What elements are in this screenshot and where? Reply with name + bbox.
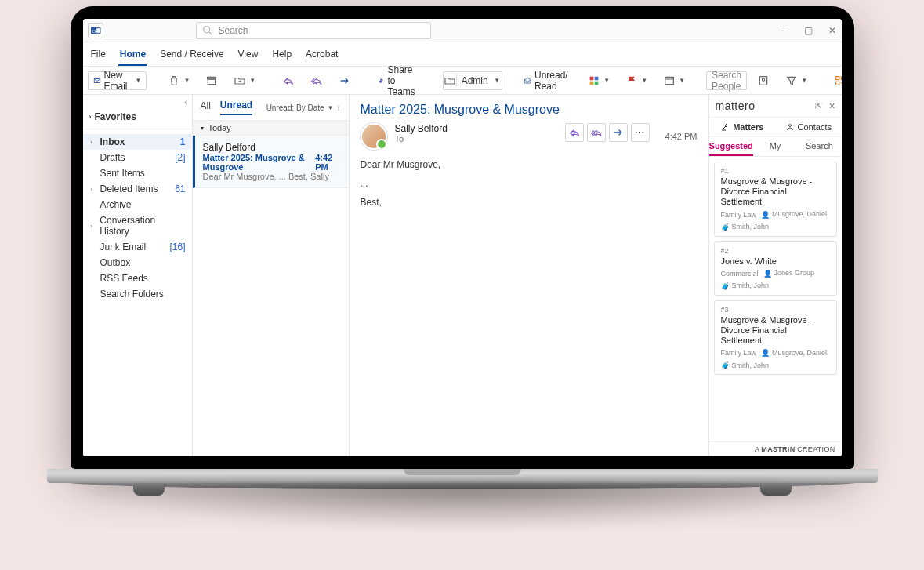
addins-button[interactable] bbox=[828, 71, 841, 90]
svg-rect-2 bbox=[96, 27, 100, 33]
svg-point-8 bbox=[380, 78, 382, 80]
teams-icon bbox=[378, 74, 384, 87]
folder-label: Archive bbox=[100, 199, 132, 210]
chevron-down-icon: ▼ bbox=[603, 77, 610, 84]
svg-point-3 bbox=[203, 26, 209, 32]
new-email-button[interactable]: New Email ▼ bbox=[88, 71, 147, 90]
forward-button[interactable] bbox=[609, 123, 628, 142]
categorize-button[interactable]: ▼ bbox=[582, 71, 615, 90]
tab-all[interactable]: All bbox=[201, 100, 211, 114]
folder-label: RSS Feeds bbox=[100, 273, 148, 284]
reading-from: Sally Belford bbox=[395, 123, 448, 134]
menu-help[interactable]: Help bbox=[270, 47, 293, 66]
menu-acrobat[interactable]: Acrobat bbox=[304, 47, 339, 66]
ribbon: New Email ▼ ▼ ▼ bbox=[83, 67, 842, 95]
envelope-open-icon bbox=[524, 74, 531, 87]
card-person: Jones Group bbox=[774, 270, 815, 277]
favorites-header[interactable]: › Favorites bbox=[83, 107, 192, 129]
reply-button[interactable] bbox=[565, 123, 584, 142]
flag-button[interactable]: ▼ bbox=[620, 71, 653, 90]
unread-read-button[interactable]: Unread/ Read bbox=[518, 71, 578, 90]
filter-button[interactable]: ▼ bbox=[780, 71, 813, 90]
message-item[interactable]: Sally Belford Matter 2025: Musgrove & Mu… bbox=[193, 136, 349, 188]
card-index: #2 bbox=[721, 247, 830, 255]
folder-search-folders[interactable]: Search Folders bbox=[83, 286, 192, 302]
message-subject: Matter 2025: Musgrove & Musgrove bbox=[203, 153, 316, 172]
panel-brand: mattero bbox=[716, 100, 756, 112]
close-button[interactable]: ✕ bbox=[828, 25, 837, 36]
matter-card[interactable]: #2 Jones v. White Commercial 👤Jones Grou… bbox=[714, 241, 837, 296]
card-person: Smith, John bbox=[732, 223, 770, 231]
forward-button[interactable] bbox=[333, 71, 357, 90]
folder-label: Junk Email bbox=[100, 241, 147, 252]
subtab-my[interactable]: My bbox=[753, 137, 797, 156]
menu-view[interactable]: View bbox=[237, 47, 260, 66]
matter-card[interactable]: #3 Musgrove & Musgrove - Divorce Financi… bbox=[714, 300, 837, 376]
panel-footer: A MASTRIN CREATION bbox=[709, 441, 842, 456]
minimize-button[interactable]: ─ bbox=[781, 25, 790, 36]
ellipsis-icon: ··· bbox=[635, 127, 645, 138]
folder-inbox[interactable]: ›Inbox 1 bbox=[83, 134, 192, 150]
card-person: Smith, John bbox=[732, 282, 770, 289]
briefcase-icon: 🧳 bbox=[721, 282, 730, 290]
folder-label: Deleted Items bbox=[100, 183, 158, 194]
group-label: Today bbox=[208, 123, 231, 133]
menu-home[interactable]: Home bbox=[118, 47, 147, 66]
window-icon bbox=[663, 74, 676, 87]
message-time: 4:42 PM bbox=[315, 153, 340, 172]
card-index: #3 bbox=[721, 306, 830, 314]
reply-button[interactable] bbox=[277, 71, 300, 90]
folder-label: Sent Items bbox=[100, 168, 145, 179]
global-search[interactable]: Search bbox=[196, 22, 431, 39]
maximize-button[interactable]: ▢ bbox=[804, 25, 813, 36]
chevron-down-icon: ▼ bbox=[679, 77, 685, 84]
search-people-input[interactable]: Search People bbox=[706, 71, 747, 90]
body-line: Dear Mr Musgrove, bbox=[361, 159, 698, 170]
svg-rect-11 bbox=[590, 76, 594, 80]
folder-outbox[interactable]: Outbox bbox=[83, 255, 192, 270]
subtab-suggested[interactable]: Suggested bbox=[709, 137, 753, 156]
reply-all-button[interactable] bbox=[305, 71, 328, 90]
folder-count: 1 bbox=[180, 136, 186, 147]
folder-drafts[interactable]: Drafts [2] bbox=[83, 150, 192, 165]
svg-rect-7 bbox=[208, 79, 216, 85]
forward-icon bbox=[612, 126, 625, 139]
folder-label: Outbox bbox=[100, 257, 131, 268]
svg-rect-21 bbox=[836, 82, 839, 85]
share-to-teams-button[interactable]: Share to Teams bbox=[372, 71, 426, 90]
archive-button[interactable] bbox=[200, 71, 223, 90]
reply-all-button[interactable] bbox=[587, 123, 606, 142]
tab-matters[interactable]: Matters bbox=[709, 118, 776, 136]
delete-button[interactable]: ▼ bbox=[162, 71, 195, 90]
svg-point-9 bbox=[382, 79, 383, 80]
popout-icon[interactable]: ⇱ bbox=[815, 101, 822, 111]
tab-label: Matters bbox=[733, 122, 763, 132]
folder-rss[interactable]: RSS Feeds bbox=[83, 270, 192, 286]
folder-sent[interactable]: Sent Items bbox=[83, 165, 192, 181]
menu-file[interactable]: File bbox=[89, 47, 107, 66]
folder-deleted[interactable]: ›Deleted Items 61 bbox=[83, 181, 192, 197]
admin-combo[interactable]: Admin ▼ bbox=[443, 71, 502, 90]
folder-conversation-history[interactable]: ›Conversation History bbox=[83, 212, 192, 239]
rules-button[interactable]: ▼ bbox=[658, 71, 690, 90]
address-book-button[interactable] bbox=[752, 71, 775, 90]
tab-unread[interactable]: Unread bbox=[220, 100, 252, 115]
subtab-search[interactable]: Search bbox=[797, 137, 841, 156]
sort-button[interactable]: Unread; By Date ▼ ↑ bbox=[266, 103, 341, 112]
card-person: Musgrove, Daniel bbox=[772, 211, 827, 218]
close-icon[interactable]: ✕ bbox=[828, 101, 835, 111]
more-actions-button[interactable]: ··· bbox=[631, 123, 650, 142]
group-today[interactable]: ▾ Today bbox=[193, 121, 349, 136]
menu-send-receive[interactable]: Send / Receive bbox=[158, 47, 225, 66]
folder-junk[interactable]: Junk Email [16] bbox=[83, 239, 192, 255]
apps-icon bbox=[834, 74, 841, 87]
tab-contacts[interactable]: Contacts bbox=[775, 118, 842, 136]
matter-card[interactable]: #1 Musgrove & Musgrove - Divorce Financi… bbox=[714, 162, 837, 237]
folder-label: Search Folders bbox=[100, 289, 164, 300]
folder-archive[interactable]: Archive bbox=[83, 197, 192, 212]
folder-list: ›Inbox 1 Drafts [2] Sent Items ›Deleted … bbox=[83, 129, 192, 307]
move-button[interactable]: ▼ bbox=[228, 71, 261, 90]
reply-icon bbox=[568, 126, 581, 139]
collapse-folders-button[interactable]: ‹ bbox=[83, 95, 192, 107]
card-title: Musgrove & Musgrove - Divorce Financial … bbox=[721, 315, 830, 347]
